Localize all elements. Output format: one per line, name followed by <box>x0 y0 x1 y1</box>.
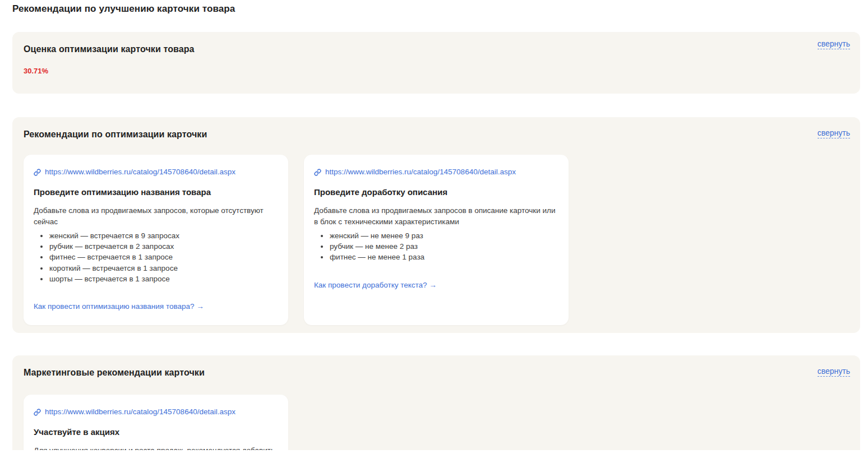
product-url-text: https://www.wildberries.ru/catalog/14570… <box>45 167 236 177</box>
section-title: Оценка оптимизации карточки товара <box>24 43 849 55</box>
optimization-score-value: 30.71% <box>24 67 849 75</box>
product-url-link[interactable]: https://www.wildberries.ru/catalog/14570… <box>34 407 236 417</box>
list-item: короткий — встречается в 1 запросе <box>49 263 278 274</box>
score-section: свернуть Оценка оптимизации карточки тов… <box>12 32 860 94</box>
link-icon <box>34 169 41 176</box>
product-url-link[interactable]: https://www.wildberries.ru/catalog/14570… <box>34 167 236 177</box>
card-description: Добавьте слова из продвигаемых запросов,… <box>34 205 278 227</box>
recommendation-card-promotions: https://www.wildberries.ru/catalog/14570… <box>24 395 288 450</box>
how-to-link[interactable]: Как провести оптимизацию названия товара… <box>34 301 204 312</box>
list-item: женский — встречается в 9 запросах <box>49 230 278 241</box>
card-description: Для улучшения конверсии и роста продаж, … <box>34 445 278 450</box>
cards-row: https://www.wildberries.ru/catalog/14570… <box>24 155 849 325</box>
page-title: Рекомендации по улучшению карточки товар… <box>12 3 860 15</box>
card-heading: Проведите оптимизацию названия товара <box>34 187 278 198</box>
link-icon <box>314 169 321 176</box>
collapse-link[interactable]: свернуть <box>818 128 850 138</box>
keyword-list: женский — не менее 9 раз рубчик — не мен… <box>314 230 558 263</box>
recommendations-page: Рекомендации по улучшению карточки товар… <box>0 0 868 450</box>
card-heading: Участвуйте в акциях <box>34 427 278 438</box>
collapse-link[interactable]: свернуть <box>818 39 850 49</box>
list-item: фитнес — встречается в 1 запросе <box>49 252 278 262</box>
list-item: рубчик — встречается в 2 запросах <box>49 241 278 252</box>
product-url-text: https://www.wildberries.ru/catalog/14570… <box>325 167 516 177</box>
cards-row: https://www.wildberries.ru/catalog/14570… <box>24 395 849 450</box>
list-item: женский — не менее 9 раз <box>329 230 558 241</box>
marketing-section: свернуть Маркетинговые рекомендации карт… <box>12 355 860 450</box>
keyword-list: женский — встречается в 9 запросах рубчи… <box>34 230 278 284</box>
list-item: шорты — встречается в 1 запросе <box>49 274 278 284</box>
recommendation-card-description: https://www.wildberries.ru/catalog/14570… <box>304 155 569 325</box>
optimization-section: свернуть Рекомендации по оптимизации кар… <box>12 117 860 333</box>
section-title: Рекомендации по оптимизации карточки <box>24 128 849 140</box>
collapse-link[interactable]: свернуть <box>818 367 850 377</box>
section-title: Маркетинговые рекомендации карточки <box>24 367 849 378</box>
how-to-link[interactable]: Как провести доработку текста? → <box>314 280 437 290</box>
card-description: Добавьте слова из продвигаемых запросов … <box>314 205 558 227</box>
list-item: рубчик — не менее 2 раз <box>329 241 558 252</box>
card-heading: Проведите доработку описания <box>314 187 558 198</box>
product-url-link[interactable]: https://www.wildberries.ru/catalog/14570… <box>314 167 516 177</box>
product-url-text: https://www.wildberries.ru/catalog/14570… <box>45 407 236 417</box>
list-item: фитнес — не менее 1 раза <box>329 252 558 262</box>
link-icon <box>34 409 41 416</box>
recommendation-card-title-optimization: https://www.wildberries.ru/catalog/14570… <box>24 155 288 325</box>
